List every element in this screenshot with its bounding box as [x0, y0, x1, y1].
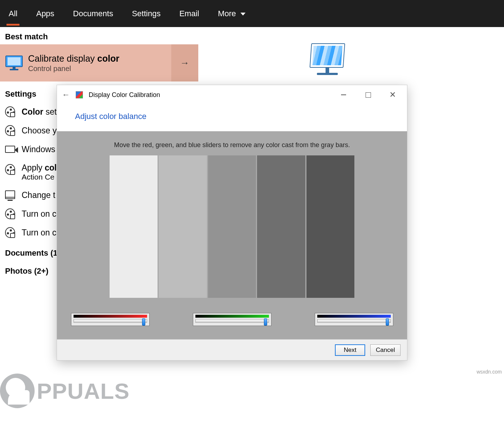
tab-label: Settings — [132, 9, 161, 18]
tab-label: Documents — [73, 9, 113, 18]
setting-text: Windows — [22, 145, 55, 154]
setting-text: Change t — [22, 190, 55, 200]
slider-thumb[interactable] — [142, 318, 145, 326]
watermark-logo — [0, 374, 35, 408]
setting-text: Color set — [22, 107, 57, 117]
arrow-right-icon: → — [180, 57, 190, 69]
camera-icon — [5, 144, 15, 154]
best-match-result[interactable]: Calibrate display color Control panel → — [0, 44, 198, 81]
slider-track[interactable] — [317, 319, 391, 323]
tab-more[interactable]: More — [216, 2, 247, 26]
maximize-button[interactable] — [359, 88, 377, 102]
app-icon — [76, 91, 83, 98]
tab-settings[interactable]: Settings — [130, 2, 163, 26]
svg-rect-1 — [8, 57, 21, 65]
tab-documents[interactable]: Documents — [71, 2, 115, 26]
tab-label: All — [9, 9, 17, 18]
blue-slider[interactable] — [315, 313, 393, 326]
minimize-button[interactable] — [334, 88, 353, 102]
blue-gradient — [317, 315, 391, 318]
svg-rect-3 — [10, 69, 18, 70]
setting-text: Choose y — [22, 126, 57, 136]
tab-label: Apps — [36, 9, 54, 18]
chevron-down-icon — [240, 13, 246, 16]
best-match-title: Calibrate display color — [28, 53, 171, 64]
tab-apps[interactable]: Apps — [34, 2, 56, 26]
slider-thumb[interactable] — [264, 318, 267, 326]
gray-bar-2 — [159, 155, 207, 298]
slider-track[interactable] — [195, 319, 269, 323]
palette-icon — [5, 209, 15, 219]
setting-text: Turn on c — [22, 209, 56, 219]
watermark-text: PPUALS — [37, 378, 129, 404]
site-tag: wsxdn.com — [477, 369, 502, 375]
watermark: PPUALS — [0, 374, 129, 408]
gray-bars — [110, 155, 355, 298]
gray-bar-3 — [208, 155, 256, 298]
dialog-footer: Next Cancel — [57, 339, 407, 360]
tab-label: More — [218, 9, 236, 18]
svg-rect-2 — [13, 67, 16, 69]
open-arrow-button[interactable]: → — [171, 44, 198, 81]
tab-all[interactable]: All — [6, 2, 19, 26]
palette-icon — [5, 228, 15, 238]
green-gradient — [195, 315, 269, 318]
setting-text: Apply col Action Ce — [22, 163, 57, 181]
title-pre: Calibrate display — [28, 53, 97, 63]
red-slider[interactable] — [71, 313, 150, 326]
best-match-heading: Best match — [0, 27, 504, 44]
dialog-titlebar: ← Display Color Calibration ✕ — [57, 85, 407, 105]
gray-bar-5 — [306, 155, 355, 298]
search-category-tabs: All Apps Documents Settings Email More — [0, 0, 504, 27]
rgb-sliders — [71, 313, 393, 326]
slider-track[interactable] — [74, 319, 147, 323]
close-button[interactable]: ✕ — [383, 88, 402, 102]
tab-email[interactable]: Email — [177, 2, 201, 26]
monitor-icon — [5, 190, 15, 200]
gray-bar-4 — [257, 155, 305, 298]
green-slider[interactable] — [193, 313, 271, 326]
red-gradient — [74, 315, 147, 318]
next-button[interactable]: Next — [335, 344, 365, 356]
dialog-title: Display Color Calibration — [89, 91, 160, 99]
preview-monitor-icon — [309, 43, 345, 79]
display-color-calibration-dialog: ← Display Color Calibration ✕ Adjust col… — [57, 85, 407, 361]
instruction-text: Move the red, green, and blue sliders to… — [114, 131, 350, 155]
palette-icon — [5, 125, 15, 136]
palette-icon — [5, 107, 15, 117]
title-bold: color — [97, 53, 119, 63]
cancel-button[interactable]: Cancel — [370, 344, 401, 356]
gray-bar-1 — [110, 155, 158, 298]
setting-subtext: Action Ce — [22, 173, 57, 181]
dialog-heading: Adjust color balance — [57, 105, 407, 131]
back-button[interactable]: ← — [62, 90, 70, 100]
tab-label: Email — [179, 9, 199, 18]
dialog-body: Move the red, green, and blue sliders to… — [57, 131, 407, 339]
slider-thumb[interactable] — [386, 318, 389, 326]
best-match-text: Calibrate display color Control panel — [28, 44, 171, 81]
best-match-subtitle: Control panel — [28, 65, 171, 73]
palette-icon — [5, 164, 15, 175]
monitor-icon — [0, 44, 28, 81]
setting-text: Turn on c — [22, 228, 56, 238]
